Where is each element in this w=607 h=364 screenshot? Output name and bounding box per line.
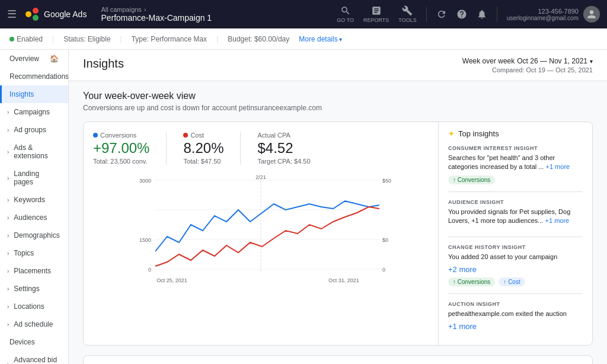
metrics-row: Conversions +97.00% Total: 23,500 conv. … xyxy=(93,132,429,165)
zoom-section: Zoom in on conversion changes within you… xyxy=(83,355,593,364)
insight-link-2[interactable]: +2 more xyxy=(448,265,477,274)
sidebar-item-campaigns[interactable]: › Campaigns xyxy=(0,103,68,121)
range-selector[interactable]: Week over week Oct 26 — Nov 1, 2021 xyxy=(462,57,593,65)
sidebar-item-recommendations[interactable]: Recommendations xyxy=(0,68,68,85)
svg-text:0: 0 xyxy=(382,267,385,273)
sidebar-item-ads[interactable]: › Ads & extensions xyxy=(0,139,68,165)
sidebar-item-settings[interactable]: › Settings xyxy=(0,280,68,298)
insight-link[interactable]: +1 more xyxy=(545,217,570,224)
insight-text: You added 20 asset to your campaign xyxy=(448,253,583,261)
insight-category: AUDIENCE INSIGHT xyxy=(448,199,583,205)
status-enabled: Enabled xyxy=(9,35,43,43)
help-tool[interactable] xyxy=(456,9,467,20)
main-layout: Overview 🏠 Recommendations Insights › Ca… xyxy=(0,50,607,364)
cpa-value: $4.52 xyxy=(257,140,310,157)
insight-tags: ↑ Conversions xyxy=(448,175,583,184)
cost-sub: Total: $47.50 xyxy=(183,158,223,165)
svg-text:Oct 25, 2021: Oct 25, 2021 xyxy=(156,277,187,283)
sidebar-item-locations[interactable]: › Locations xyxy=(0,298,68,315)
cost-value: 8.20% xyxy=(183,140,223,157)
reports-tool[interactable]: REPORTS xyxy=(363,5,389,23)
google-ads-logo: Google Ads xyxy=(24,6,87,23)
chevron-right-icon: › xyxy=(7,109,9,116)
avatar[interactable] xyxy=(583,6,600,23)
chevron-right-icon: › xyxy=(7,149,9,155)
svg-text:0: 0 xyxy=(148,267,151,273)
chevron-right-icon: › xyxy=(7,127,9,133)
chart-svg: 3000 1500 0 $50 $0 0 2/21 xyxy=(93,174,429,293)
more-details-chevron xyxy=(339,35,342,43)
cpa-legend: Actual CPA xyxy=(257,132,310,139)
metric-divider xyxy=(166,132,167,165)
tools-label: TOOLS xyxy=(398,17,416,23)
conversions-legend: Conversions xyxy=(93,132,149,139)
blue-dot xyxy=(93,133,98,138)
svg-text:3000: 3000 xyxy=(139,178,151,184)
logo-icon xyxy=(24,6,40,23)
insight-link[interactable]: +1 more xyxy=(546,163,570,170)
user-info[interactable]: 123-456-7890 userloginname@gmail.com xyxy=(507,6,600,23)
chevron-right-icon: › xyxy=(7,175,9,181)
sidebar-item-adschedule[interactable]: › Ad schedule xyxy=(0,315,68,333)
more-details-link[interactable]: More details xyxy=(299,35,341,43)
chevron-right-icon: › xyxy=(7,304,9,310)
top-insights-panel: ✦ Top insights CONSUMER INTEREST INSIGHT… xyxy=(438,122,592,345)
conversions-sub: Total: 23,500 conv. xyxy=(93,158,149,165)
reports-label: REPORTS xyxy=(363,17,389,23)
insight-tags-2: ↑ Conversions ↑ Cost xyxy=(448,277,583,286)
conversions-tag: ↑ Conversions xyxy=(448,175,495,184)
svg-text:2/21: 2/21 xyxy=(255,174,266,180)
notification-tool[interactable] xyxy=(477,9,487,20)
sidebar-item-topics[interactable]: › Topics xyxy=(0,244,68,262)
refresh-tool[interactable] xyxy=(436,9,447,20)
svg-text:$0: $0 xyxy=(382,237,388,243)
range-value: Oct 26 — Nov 1, 2021 xyxy=(517,57,587,65)
sidebar-item-overview[interactable]: Overview 🏠 xyxy=(0,50,68,68)
nav-tools: GO TO REPORTS TOOLS 123-456-7890 userlog… xyxy=(337,5,600,23)
hamburger-menu[interactable]: ☰ xyxy=(7,8,17,21)
cost-metric: Cost 8.20% Total: $47.50 xyxy=(183,132,223,165)
sidebar-item-landing[interactable]: › Landing pages xyxy=(0,165,68,191)
user-phone: 123-456-7890 xyxy=(538,8,579,15)
breadcrumb-parent[interactable]: All campaigns xyxy=(101,6,141,13)
goto-label: GO TO xyxy=(337,17,354,23)
enabled-label: Enabled xyxy=(17,35,43,43)
campaign-title: Perfomance-Max-Campaign 1 xyxy=(101,13,332,23)
sidebar-item-placements[interactable]: › Placements xyxy=(0,262,68,280)
chevron-right-icon: › xyxy=(7,361,9,365)
sidebar-item-keywords[interactable]: › Keywords xyxy=(0,191,68,209)
chevron-right-icon: › xyxy=(7,321,9,328)
cpa-metric: Actual CPA $4.52 Target CPA: $4.50 xyxy=(257,132,310,165)
wow-subtitle: Conversions are up and cost is down for … xyxy=(83,104,593,112)
chevron-right-icon: › xyxy=(7,268,9,274)
sidebar-item-devices[interactable]: Devices xyxy=(0,333,68,351)
wow-title: Your week-over-week view xyxy=(83,91,593,101)
red-dot xyxy=(183,133,188,138)
tools-tool[interactable]: TOOLS xyxy=(398,5,416,23)
nav-divider-2 xyxy=(497,7,497,21)
insight-category: AUCTION INSIGHT xyxy=(448,301,583,307)
cpa-sub: Target CPA: $4.50 xyxy=(257,158,310,165)
breadcrumb: All campaigns › Perfomance-Max-Campaign … xyxy=(101,6,332,23)
cost-tag: ↑ Cost xyxy=(499,277,525,286)
sidebar-item-adgroups[interactable]: › Ad groups xyxy=(0,121,68,139)
chevron-right-icon: › xyxy=(7,197,9,203)
goto-tool[interactable]: GO TO xyxy=(337,5,354,23)
sidebar: Overview 🏠 Recommendations Insights › Ca… xyxy=(0,50,69,364)
chevron-right-icon: › xyxy=(7,215,9,221)
cost-legend: Cost xyxy=(183,132,223,139)
user-email: userloginname@gmail.com xyxy=(507,15,579,21)
sidebar-item-demographics[interactable]: › Demographics xyxy=(0,226,68,244)
sidebar-item-audiences[interactable]: › Audiences xyxy=(0,209,68,226)
date-range-chevron xyxy=(590,57,593,65)
logo-text: Google Ads xyxy=(44,9,87,19)
insight-change-history: CHANGE HISTORY INSIGHT You added 20 asse… xyxy=(448,244,583,294)
insight-link-3[interactable]: +1 more xyxy=(448,322,477,331)
sidebar-item-bidbadj[interactable]: › Advanced bid adj. xyxy=(0,351,68,364)
svg-text:1500: 1500 xyxy=(139,237,151,243)
insight-audience: AUDIENCE INSIGHT You provided signals fo… xyxy=(448,199,583,237)
sidebar-item-insights[interactable]: Insights xyxy=(0,85,68,103)
status-budget: Budget: $60.00/day xyxy=(228,35,289,43)
nav-divider-1 xyxy=(426,7,427,21)
svg-point-0 xyxy=(25,11,31,17)
